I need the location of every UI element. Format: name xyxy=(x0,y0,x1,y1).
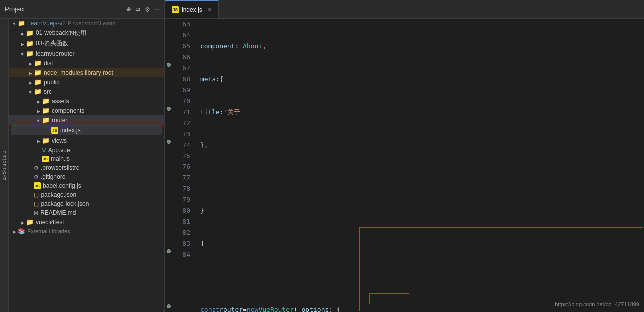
tree-item-router[interactable]: 📁 router xyxy=(9,115,164,125)
tree-item-node-modules[interactable]: 📁 node_modules library root xyxy=(9,68,164,77)
code-line-63: component: About, xyxy=(200,41,644,52)
breakpoint-68 xyxy=(167,107,171,111)
comp-arrow xyxy=(35,107,42,114)
arrow-label: 03-箭头函数 xyxy=(36,39,68,48)
src-arrow xyxy=(27,88,34,95)
webpack-label: 01-webpack的使用 xyxy=(36,29,86,37)
md-icon: M xyxy=(34,210,38,216)
code-content[interactable]: component: About, meta:{ title:'关于' }, }… xyxy=(195,19,644,312)
tree-item-index-js[interactable]: JS index.js xyxy=(11,125,162,135)
router-label: router xyxy=(52,117,67,124)
ln-71: 71 xyxy=(173,107,190,118)
tree-item-app-vue[interactable]: V App.vue xyxy=(9,145,164,155)
breakpoint-64 xyxy=(167,63,171,67)
add-icon[interactable]: ⊕ xyxy=(126,5,131,14)
lvr-arrow xyxy=(19,50,26,57)
tab-index-js[interactable]: JS index.js ✕ xyxy=(165,0,219,18)
appvue-label: App.vue xyxy=(48,147,70,154)
ext-lib-icon: 📚 xyxy=(18,228,25,235)
pj-label: package.json xyxy=(41,191,76,198)
breakpoint-84 xyxy=(167,304,171,308)
router-arrow xyxy=(35,117,42,124)
nm-arrow xyxy=(27,69,34,76)
tree-root[interactable]: 📁 LearnVuejs-v2 E:\webstrom\Learn\ xyxy=(9,19,164,28)
ln-81: 81 xyxy=(173,216,190,227)
tree-item-browserslistrc[interactable]: ⚙ .browserslistrc xyxy=(9,163,164,172)
ln-72: 72 xyxy=(173,118,190,129)
tree-item-gitignore[interactable]: ⚙ .gitignore xyxy=(9,172,164,181)
code-line-68: } xyxy=(200,205,644,216)
ln-64: 64 xyxy=(173,30,190,41)
tree-item-components[interactable]: 📁 components xyxy=(9,106,164,115)
folder-icon: 📁 xyxy=(26,50,34,57)
mainjs-label: main.js xyxy=(51,156,70,162)
tab-close-button[interactable]: ✕ xyxy=(207,6,212,13)
tree-item-arrow[interactable]: 📁 03-箭头函数 xyxy=(9,38,164,49)
ln-82: 82 xyxy=(173,227,190,238)
webpack-arrow xyxy=(19,30,26,37)
z-structure-panel: Z-Structure xyxy=(0,19,9,312)
ln-80: 80 xyxy=(173,205,190,216)
tree-item-package-json[interactable]: { } package.json xyxy=(9,190,164,199)
root-path: E:\webstrom\Learn\ xyxy=(68,20,115,26)
code-editor[interactable]: 63 64 65 66 67 68 69 70 71 72 73 74 75 7… xyxy=(165,19,644,312)
code-line-66: }, xyxy=(200,140,644,151)
gear-icon[interactable]: ⚙ xyxy=(145,5,150,14)
config-icon: ⚙ xyxy=(34,165,39,171)
ln-84: 84 xyxy=(173,249,190,260)
json-icon: { } xyxy=(34,192,39,198)
lvr-label: learnvuerouter xyxy=(36,50,74,57)
tree-item-src[interactable]: 📁 src xyxy=(9,87,164,96)
tree-item-readme[interactable]: M README.md xyxy=(9,208,164,217)
toolbar-icons: ⊕ ⇄ ⚙ ─ xyxy=(126,5,159,14)
ln-74: 74 xyxy=(173,140,190,151)
minimize-icon[interactable]: ─ xyxy=(155,5,159,14)
tree-item-public[interactable]: 📁 public xyxy=(9,77,164,87)
watermark: https://blog.csdn.net/qq_42711899 xyxy=(555,301,639,307)
pl-label: package-lock.json xyxy=(41,200,89,207)
tree-item-babel-config[interactable]: JS babel.config.js xyxy=(9,181,164,190)
code-line-65: title:'关于' xyxy=(200,107,644,118)
code-line-64: meta:{ xyxy=(200,74,644,85)
rm-label: README.md xyxy=(40,209,76,216)
line-numbers: 63 64 65 66 67 68 69 70 71 72 73 74 75 7… xyxy=(173,19,195,312)
ln-79: 79 xyxy=(173,194,190,205)
tree-item-vuecli4test[interactable]: 📁 vuecli4test xyxy=(9,217,164,227)
folder-icon: 📁 xyxy=(42,116,50,124)
gutter xyxy=(165,19,173,312)
tree-item-learnvuerouter[interactable]: 📁 learnvuerouter xyxy=(9,49,164,58)
tree-item-dist[interactable]: 📁 dist xyxy=(9,58,164,68)
tree-item-webpack[interactable]: 📁 01-webpack的使用 xyxy=(9,28,164,38)
assets-label: assets xyxy=(52,98,69,105)
indexjs-label: index.js xyxy=(60,127,81,134)
ext-lib-label: External Libraries xyxy=(27,228,70,234)
ln-77: 77 xyxy=(173,172,190,183)
z-structure-label: Z-Structure xyxy=(1,150,7,180)
assets-arrow xyxy=(35,98,42,105)
bc-label: babel.config.js xyxy=(43,182,81,189)
folder-icon: 📁 xyxy=(34,88,42,95)
tree-item-main-js[interactable]: JS main.js xyxy=(9,155,164,163)
views-arrow xyxy=(35,137,42,144)
sync-icon[interactable]: ⇄ xyxy=(136,5,140,14)
code-line-69: ] xyxy=(200,238,644,249)
ln-66: 66 xyxy=(173,52,190,63)
ln-69: 69 xyxy=(173,85,190,96)
js-file-icon: JS xyxy=(51,127,58,134)
project-panel-header: Project ⊕ ⇄ ⚙ ─ xyxy=(0,0,165,18)
tree-item-views[interactable]: 📁 views xyxy=(9,136,164,145)
ln-63: 63 xyxy=(173,19,190,30)
js-file-icon: JS xyxy=(42,156,49,162)
ln-78: 78 xyxy=(173,183,190,194)
ln-76: 76 xyxy=(173,161,190,172)
tab-label: index.js xyxy=(182,6,202,13)
code-area: 63 64 65 66 67 68 69 70 71 72 73 74 75 7… xyxy=(165,19,644,312)
tree-item-assets[interactable]: 📁 assets xyxy=(9,96,164,106)
project-icon: 📁 xyxy=(18,20,25,27)
tree-item-package-lock[interactable]: { } package-lock.json xyxy=(9,199,164,208)
project-label: Project xyxy=(5,5,25,13)
root-arrow xyxy=(11,20,18,27)
public-label: public xyxy=(44,79,59,86)
tree-item-ext-lib[interactable]: 📚 External Libraries xyxy=(9,227,164,236)
folder-icon: 📁 xyxy=(42,97,50,105)
